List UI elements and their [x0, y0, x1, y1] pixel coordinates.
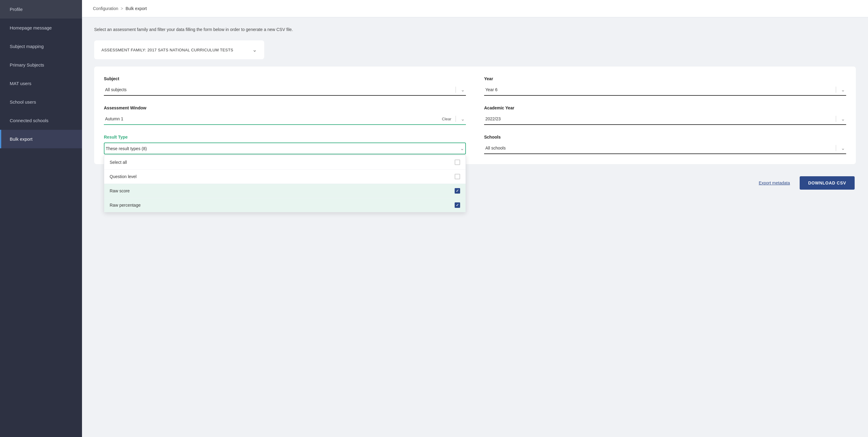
academic-year-chevron-icon: ⌄: [839, 116, 845, 122]
assessment-window-select[interactable]: Autumn 1 Clear ⌄: [104, 113, 466, 125]
academic-year-value: 2022/23: [485, 116, 833, 121]
sidebar-item-homepage-message[interactable]: Homepage message: [0, 19, 82, 37]
result-type-value: These result types (8): [106, 146, 458, 151]
sidebar-item-bulk-export[interactable]: Bulk export: [0, 130, 82, 148]
filter-grid: Subject All subjects ⌄ Year Year 6 ⌄: [104, 76, 846, 154]
academic-year-field-group: Academic Year 2022/23 ⌄: [484, 106, 846, 125]
schools-field-group: Schools All schools ⌄: [484, 135, 846, 154]
dropdown-item-label-2: Raw score: [110, 188, 130, 193]
dropdown-item-3[interactable]: Raw percentage: [104, 198, 466, 212]
dropdown-item-0[interactable]: Select all: [104, 155, 466, 170]
dropdown-item-checkbox-0[interactable]: [455, 159, 460, 165]
download-csv-button[interactable]: DOWNLOAD CSV: [800, 176, 855, 190]
dropdown-item-checkbox-2[interactable]: [455, 188, 460, 194]
year-select[interactable]: Year 6 ⌄: [484, 84, 846, 96]
assessment-window-chevron-icon: ⌄: [458, 116, 465, 122]
academic-year-select[interactable]: 2022/23 ⌄: [484, 113, 846, 125]
sidebar-item-profile[interactable]: Profile: [0, 0, 82, 19]
result-type-chevron-icon: ⌄: [458, 146, 464, 151]
sidebar-item-primary-subjects[interactable]: Primary Subjects: [0, 56, 82, 74]
result-type-label: Result Type: [104, 135, 466, 140]
subject-label: Subject: [104, 76, 466, 81]
dropdown-item-label-3: Raw percentage: [110, 203, 141, 208]
dropdown-item-2[interactable]: Raw score: [104, 184, 466, 198]
breadcrumb: Configuration > Bulk export: [82, 0, 868, 17]
assessment-family-label: ASSESSMENT FAMILY: 2017 SATS NATIONAL CU…: [101, 48, 233, 52]
assessment-family-wrapper: ASSESSMENT FAMILY: 2017 SATS NATIONAL CU…: [94, 40, 264, 59]
year-field-group: Year Year 6 ⌄: [484, 76, 846, 96]
dropdown-item-label-1: Question level: [110, 174, 137, 179]
assessment-window-clear-btn[interactable]: Clear: [440, 116, 453, 122]
breadcrumb-current: Bulk export: [125, 6, 147, 11]
year-chevron-icon: ⌄: [839, 87, 845, 93]
dropdown-item-1[interactable]: Question level: [104, 170, 466, 184]
subject-select[interactable]: All subjects ⌄: [104, 84, 466, 96]
chevron-down-icon: ⌄: [252, 47, 257, 53]
subject-value: All subjects: [105, 87, 453, 92]
result-type-dropdown-scroll: Select allQuestion levelRaw scoreRaw per…: [104, 155, 466, 212]
sidebar-item-mat-users[interactable]: MAT users: [0, 74, 82, 93]
subject-separator: [456, 87, 456, 93]
sidebar-item-subject-mapping[interactable]: Subject mapping: [0, 37, 82, 56]
breadcrumb-separator: >: [121, 6, 123, 11]
year-value: Year 6: [485, 87, 833, 92]
assessment-window-separator: [456, 116, 456, 122]
dropdown-item-label-0: Select all: [110, 160, 127, 165]
result-type-select[interactable]: These result types (8) ⌄: [104, 143, 466, 154]
schools-label: Schools: [484, 135, 846, 140]
page-content: Select an assessment family and filter y…: [82, 17, 868, 199]
export-metadata-button[interactable]: Export metadata: [759, 180, 790, 185]
schools-chevron-icon: ⌄: [839, 145, 845, 151]
subject-chevron-icon: ⌄: [458, 87, 465, 93]
assessment-window-label: Assessment Window: [104, 106, 466, 110]
assessment-family-select[interactable]: ASSESSMENT FAMILY: 2017 SATS NATIONAL CU…: [94, 40, 264, 59]
filter-card: Subject All subjects ⌄ Year Year 6 ⌄: [94, 66, 856, 164]
intro-text: Select an assessment family and filter y…: [94, 27, 856, 32]
sidebar: ProfileHomepage messageSubject mappingPr…: [0, 0, 82, 437]
year-separator: [836, 87, 836, 93]
dropdown-item-checkbox-1[interactable]: [455, 174, 460, 179]
dropdown-item-checkbox-3[interactable]: [455, 202, 460, 208]
academic-year-label: Academic Year: [484, 106, 846, 110]
result-type-field-group: Result Type These result types (8) ⌄ Sel…: [104, 135, 466, 154]
sidebar-item-school-users[interactable]: School users: [0, 93, 82, 111]
schools-value: All schools: [485, 146, 833, 150]
sidebar-item-connected-schools[interactable]: Connected schools: [0, 111, 82, 130]
main-content: Configuration > Bulk export Select an as…: [82, 0, 868, 437]
assessment-window-value: Autumn 1: [105, 116, 440, 121]
assessment-window-field-group: Assessment Window Autumn 1 Clear ⌄: [104, 106, 466, 125]
schools-select[interactable]: All schools ⌄: [484, 143, 846, 154]
schools-separator: [836, 145, 836, 151]
year-label: Year: [484, 76, 846, 81]
result-type-dropdown-menu: Select allQuestion levelRaw scoreRaw per…: [104, 155, 466, 212]
academic-year-separator: [836, 116, 836, 122]
breadcrumb-parent[interactable]: Configuration: [93, 6, 118, 11]
subject-field-group: Subject All subjects ⌄: [104, 76, 466, 96]
